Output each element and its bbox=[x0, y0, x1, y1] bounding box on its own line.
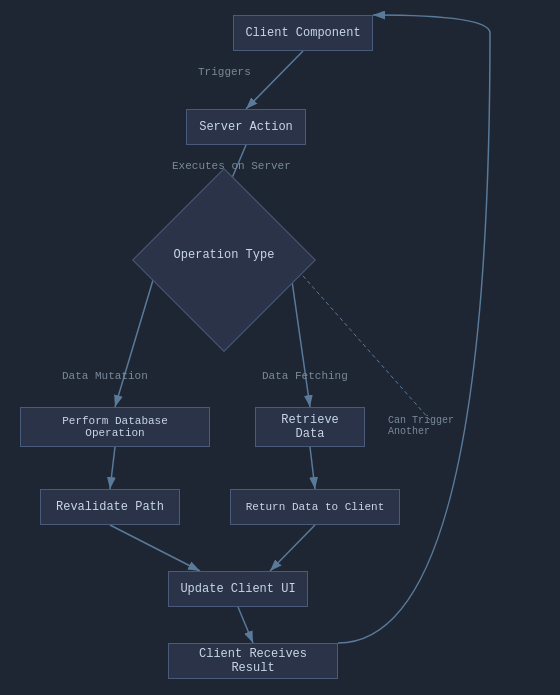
retrieve-data-label: Retrieve Data bbox=[266, 413, 354, 441]
return-data-label: Return Data to Client bbox=[246, 501, 385, 513]
flowchart-diagram: Client Component Triggers Server Action … bbox=[0, 0, 560, 695]
svg-line-10 bbox=[289, 260, 430, 420]
data-fetching-label: Data Fetching bbox=[262, 370, 348, 382]
update-client-ui-node: Update Client UI bbox=[168, 571, 308, 607]
server-action-label: Server Action bbox=[199, 120, 293, 134]
client-receives-node: Client Receives Result bbox=[168, 643, 338, 679]
update-client-ui-label: Update Client UI bbox=[180, 582, 295, 596]
svg-line-1 bbox=[246, 51, 303, 109]
triggers-label: Triggers bbox=[198, 66, 251, 78]
operation-type-diamond bbox=[132, 168, 316, 352]
client-component-label: Client Component bbox=[245, 26, 360, 40]
client-receives-label: Client Receives Result bbox=[179, 647, 327, 675]
revalidate-path-node: Revalidate Path bbox=[40, 489, 180, 525]
data-mutation-label: Data Mutation bbox=[62, 370, 148, 382]
revalidate-path-label: Revalidate Path bbox=[56, 500, 164, 514]
perform-db-node: Perform Database Operation bbox=[20, 407, 210, 447]
client-component-node: Client Component bbox=[233, 15, 373, 51]
svg-line-9 bbox=[238, 607, 253, 643]
server-action-node: Server Action bbox=[186, 109, 306, 145]
svg-line-6 bbox=[310, 447, 315, 489]
perform-db-label: Perform Database Operation bbox=[31, 415, 199, 439]
svg-line-7 bbox=[110, 525, 200, 571]
return-data-node: Return Data to Client bbox=[230, 489, 400, 525]
retrieve-data-node: Retrieve Data bbox=[255, 407, 365, 447]
can-trigger-another-label: Can Trigger Another bbox=[388, 415, 478, 437]
executes-on-server-label: Executes on Server bbox=[172, 160, 291, 172]
svg-line-8 bbox=[270, 525, 315, 571]
svg-line-3 bbox=[115, 260, 159, 407]
svg-line-5 bbox=[110, 447, 115, 489]
